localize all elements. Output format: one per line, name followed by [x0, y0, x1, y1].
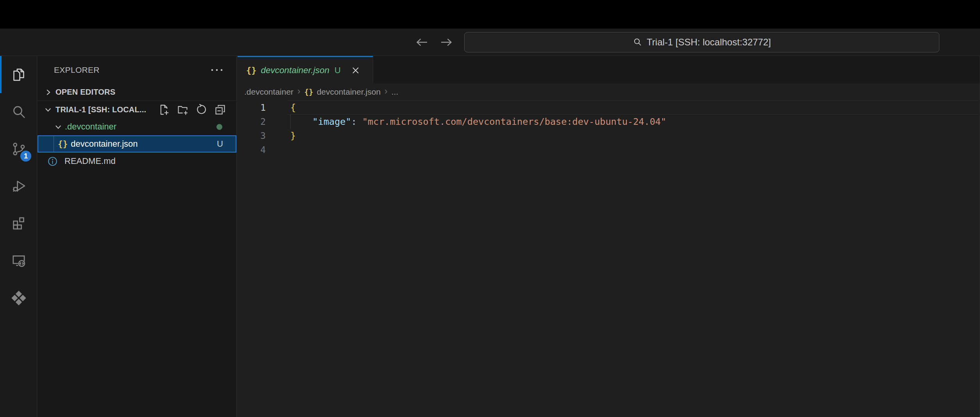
activity-bar-item-source-control[interactable]: 1 [0, 130, 37, 167]
workspace-section-header[interactable]: TRIAL-1 [SSH: LOCAL... [38, 101, 236, 118]
source-control-badge: 1 [19, 149, 32, 163]
code-editor[interactable]: 1 { 2 "image": "mcr.microsoft.com/devcon… [238, 101, 980, 157]
code-line: 3 } [238, 129, 980, 143]
code-token [290, 116, 313, 127]
code-line-content [266, 143, 290, 157]
file-label: README.md [64, 156, 116, 166]
breadcrumb: .devcontainer › {} devcontainer.json › .… [238, 83, 980, 101]
search-icon [11, 104, 27, 120]
activity-bar-item-run-debug[interactable] [0, 167, 37, 205]
ellipsis-icon [210, 68, 224, 72]
more-actions-button[interactable] [209, 63, 225, 77]
breadcrumb-separator: › [384, 86, 388, 98]
close-icon [351, 66, 360, 75]
line-number: 1 [238, 101, 266, 115]
new-folder-button[interactable] [176, 103, 189, 116]
tab-bar: {} devcontainer.json U [238, 56, 980, 83]
open-editors-section-header[interactable]: OPEN EDITORS [38, 84, 236, 101]
tree-indent-guide [54, 136, 54, 152]
open-editors-label: OPEN EDITORS [55, 88, 115, 97]
tiles-icon [11, 289, 27, 306]
breadcrumb-item-symbol[interactable]: ... [392, 87, 399, 97]
sidebar-header: EXPLORER [38, 56, 236, 84]
command-center[interactable]: Trial-1 [SSH: localhost:32772] [464, 32, 939, 52]
line-number: 2 [238, 115, 266, 129]
activity-bar: 1 [0, 56, 37, 417]
arrow-right-icon [440, 37, 452, 48]
json-file-icon: {} [58, 139, 68, 149]
code-line: 1 { [238, 101, 980, 115]
chevron-down-icon [43, 104, 53, 115]
line-number: 3 [238, 129, 266, 143]
collapse-all-button[interactable] [214, 103, 227, 116]
breadcrumb-item-file[interactable]: devcontainer.json [317, 87, 381, 97]
explorer-toolbar [157, 103, 236, 116]
new-file-icon [158, 104, 170, 116]
refresh-button[interactable] [195, 103, 208, 116]
editor-group: {} devcontainer.json U .devcontainer › {… [238, 56, 980, 417]
chevron-down-icon [53, 122, 63, 132]
file-label: devcontainer.json [71, 139, 138, 149]
git-modified-dot-badge [216, 124, 222, 130]
refresh-icon [195, 104, 207, 116]
breadcrumb-item-folder[interactable]: .devcontainer [244, 87, 293, 97]
code-line: 2 "image": "mcr.microsoft.com/devcontain… [238, 115, 980, 129]
search-icon [633, 37, 643, 47]
code-token: } [290, 130, 296, 141]
code-line: 4 [238, 143, 980, 157]
title-bar: Trial-1 [SSH: localhost:32772] [0, 29, 980, 56]
json-file-icon: {} [246, 65, 257, 75]
collapse-all-icon [214, 104, 226, 116]
code-token: { [290, 102, 296, 113]
code-line-content: } [266, 129, 296, 143]
code-token: "image" [313, 116, 351, 127]
workspace-label: TRIAL-1 [SSH: LOCAL... [55, 105, 155, 114]
run-debug-icon [11, 178, 27, 194]
code-line-content: { [266, 101, 296, 115]
tree-item-devcontainer-json[interactable]: {} devcontainer.json U [38, 135, 236, 153]
command-center-label: Trial-1 [SSH: localhost:32772] [647, 37, 771, 48]
code-line-content: "image": "mcr.microsoft.com/devcontainer… [266, 115, 666, 129]
git-status-badge: U [217, 139, 223, 149]
line-number: 4 [238, 143, 266, 157]
extensions-icon [11, 216, 27, 231]
activity-bar-item-explorer[interactable] [0, 56, 37, 93]
new-file-button[interactable] [157, 103, 170, 116]
tree-item-devcontainer-folder[interactable]: .devcontainer [38, 118, 236, 135]
tree-item-readme[interactable]: README.md [38, 153, 236, 170]
code-token: : [351, 116, 362, 127]
active-indicator [0, 56, 2, 93]
tab-git-badge: U [334, 65, 341, 75]
activity-bar-item-search[interactable] [0, 93, 37, 130]
sidebar-explorer: EXPLORER OPEN EDITORS TRIAL-1 [SSH: LOCA… [38, 56, 237, 417]
files-icon [11, 67, 27, 83]
code-token: "mcr.microsoft.com/devcontainers/base:de… [362, 116, 666, 127]
window-top-strip [0, 0, 980, 29]
nav-back-button[interactable] [413, 34, 431, 50]
tab-label: devcontainer.json [261, 65, 330, 75]
tab-devcontainer-json[interactable]: {} devcontainer.json U [238, 56, 373, 83]
nav-forward-button[interactable] [438, 34, 455, 50]
activity-bar-item-extensions[interactable] [0, 205, 37, 242]
activity-bar-item-remote-explorer[interactable] [0, 242, 37, 279]
new-folder-icon [177, 104, 189, 116]
remote-explorer-icon [11, 253, 27, 268]
sidebar-title: EXPLORER [54, 65, 209, 75]
json-file-icon: {} [304, 88, 313, 96]
arrow-left-icon [416, 37, 428, 48]
breadcrumb-separator: › [297, 86, 301, 98]
folder-label: .devcontainer [65, 122, 116, 132]
tab-close-button[interactable] [349, 64, 362, 77]
chevron-right-icon [43, 87, 53, 97]
markdown-info-icon [47, 156, 58, 167]
activity-bar-item-tiles[interactable] [0, 279, 37, 316]
